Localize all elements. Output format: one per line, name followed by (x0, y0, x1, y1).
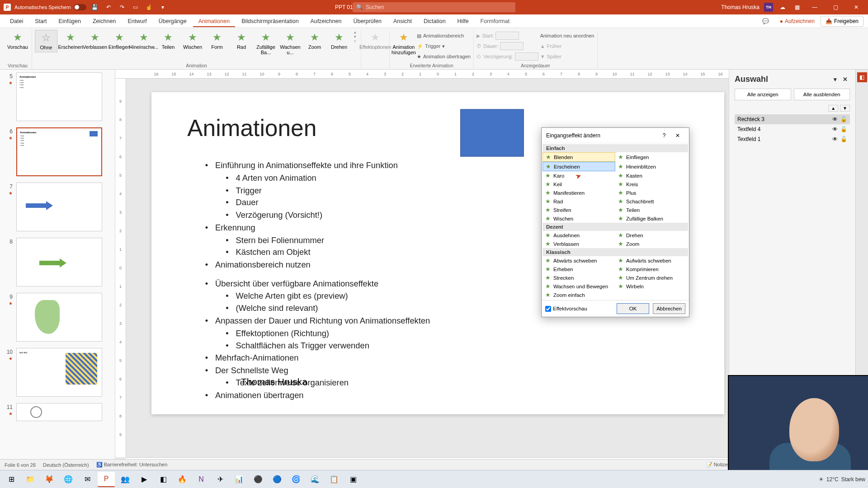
accessibility-checker[interactable]: ♿ Barrierefreiheit: Untersuchen (96, 462, 168, 468)
dialog-help-icon[interactable]: ? (657, 132, 671, 139)
animation-gallery[interactable]: ☆Ohne ★Erscheinen ★Verblassen ★Einfliege… (35, 30, 358, 63)
obs-icon[interactable]: ⚫ (250, 472, 267, 487)
effect-komprimieren[interactable]: ★Komprimieren (615, 265, 688, 273)
present-icon[interactable]: ▦ (792, 2, 802, 12)
effect-wischen[interactable]: ★Wischen (181, 30, 204, 52)
effect-blenden[interactable]: ★Blenden (542, 152, 615, 162)
slide-thumb-10[interactable]: text text (16, 348, 102, 397)
effect-hineinschweben[interactable]: ★Hineinschw... (132, 30, 155, 52)
effect-zoom-einfach[interactable]: ★Zoom einfach (542, 291, 615, 299)
effect-hineinblitzen[interactable]: ★Hineinblitzen (615, 162, 688, 171)
explorer-icon[interactable]: 📁 (22, 472, 39, 487)
slide-thumbnails-panel[interactable]: 5★Animationen• text• text• text• text 6★… (0, 70, 115, 474)
alle-anzeigen-button[interactable]: Alle anzeigen (735, 89, 791, 100)
freigeben-button[interactable]: 📤 Freigeben (821, 16, 863, 27)
app-icon-3[interactable]: 📊 (231, 472, 248, 487)
effect-rad-dialog[interactable]: ★Rad (542, 197, 615, 206)
outlook-icon[interactable]: ✉ (79, 472, 96, 487)
chrome-icon[interactable]: 🌐 (60, 472, 77, 487)
collapse-ribbon-icon[interactable]: ◧ (857, 72, 867, 82)
selection-pane-close-icon[interactable]: ✕ (840, 74, 850, 84)
notizen-button[interactable]: 📝 Notizen (706, 462, 731, 468)
tab-datei[interactable]: Datei (5, 15, 28, 27)
app-icon-6[interactable]: 📋 (326, 472, 343, 487)
tab-bildschirmpraesentation[interactable]: Bildschirmpräsentation (236, 15, 304, 27)
weather-widget[interactable]: ☀ 12°C Stark bew (819, 476, 865, 483)
effect-abwaerts-schweben[interactable]: ★Abwärts schweben (542, 256, 615, 265)
animation-hinzufuegen-button[interactable]: ★Animation hinzufügen (392, 30, 415, 57)
effect-wirbeln[interactable]: ★Wirbeln (615, 282, 688, 291)
ok-button[interactable]: OK (617, 303, 649, 314)
effect-wachsen-bewegen[interactable]: ★Wachsen und Bewegen (542, 282, 615, 291)
tab-aufzeichnen[interactable]: Aufzeichnen (305, 15, 347, 27)
app-icon-4[interactable]: 🔵 (269, 472, 286, 487)
touch-icon[interactable]: ☝ (144, 2, 154, 12)
effect-drehen[interactable]: ★Drehen (328, 30, 350, 52)
slideshow-icon[interactable]: ▭ (131, 2, 141, 12)
effect-manifestieren[interactable]: ★Manifestieren (542, 188, 615, 197)
effect-drehen-dialog[interactable]: ★Drehen (615, 231, 688, 239)
slide-title[interactable]: Animationen (187, 115, 316, 141)
slide-thumb-6[interactable]: Animationen• text• text• text• text• tex… (16, 127, 102, 176)
search-box[interactable]: 🔍 (353, 2, 515, 12)
effect-zufaellige-dialog[interactable]: ★Zufällige Balken (615, 214, 688, 223)
lock-icon[interactable]: 🔓 (840, 126, 847, 132)
alle-ausblenden-button[interactable]: Alle ausblenden (794, 89, 850, 100)
tab-formformat[interactable]: Formformat (475, 15, 515, 27)
telegram-icon[interactable]: ✈ (212, 472, 229, 487)
vlc-icon[interactable]: ▶ (136, 472, 153, 487)
undo-icon[interactable]: ↶ (104, 2, 113, 12)
tab-einfuegen[interactable]: Einfügen (53, 15, 86, 27)
effect-umzentrum[interactable]: ★Um Zentrum drehen (615, 273, 688, 282)
tab-dictation[interactable]: Dictation (418, 15, 451, 27)
tab-animationen[interactable]: Animationen (193, 15, 236, 27)
powerpoint-icon[interactable]: P (98, 472, 115, 487)
user-name[interactable]: Thomas Hruska (721, 4, 760, 10)
vorschau-button[interactable]: ★Vorschau (6, 30, 29, 52)
save-icon[interactable]: 💾 (90, 2, 100, 12)
app-icon-2[interactable]: 🔥 (174, 472, 191, 487)
selection-item-rechteck3[interactable]: Rechteck 3👁🔓 (735, 114, 850, 124)
effect-keil[interactable]: ★Keil (542, 180, 615, 188)
abbrechen-button[interactable]: Abbrechen (653, 303, 685, 314)
effect-zoom-dialog[interactable]: ★Zoom (615, 239, 688, 248)
cloud-icon[interactable]: ☁ (778, 2, 788, 12)
user-avatar[interactable]: TH (764, 3, 773, 12)
effect-kasten[interactable]: ★Kasten (615, 171, 688, 180)
app-icon-1[interactable]: ◧ (155, 472, 172, 487)
search-input[interactable] (366, 4, 512, 10)
firefox-icon[interactable]: 🦊 (41, 472, 58, 487)
visibility-icon[interactable]: 👁 (832, 126, 838, 132)
effect-aufwaerts-schweben[interactable]: ★Aufwärts schweben (615, 256, 688, 265)
effect-verblassen-dialog[interactable]: ★Verblassen (542, 239, 615, 248)
dialog-close-icon[interactable]: ✕ (671, 132, 684, 139)
slide-thumb-7[interactable] (16, 183, 102, 231)
effect-verblassen[interactable]: ★Verblassen (84, 30, 106, 52)
selection-pane-dropdown-icon[interactable]: ▾ (830, 74, 840, 84)
slide-author[interactable]: Thomas Hruska (241, 377, 307, 388)
effect-streifen[interactable]: ★Streifen (542, 206, 615, 214)
teams-icon[interactable]: 👥 (117, 472, 134, 487)
tab-ueberpruefen[interactable]: Überprüfen (348, 15, 387, 27)
effect-erscheinen[interactable]: ★Erscheinen (542, 162, 615, 171)
gallery-more-icon[interactable]: ▴▾▿ (352, 30, 358, 43)
tab-uebergaenge[interactable]: Übergänge (153, 15, 192, 27)
effect-kreis[interactable]: ★Kreis (615, 180, 688, 188)
selection-item-textfeld1[interactable]: Textfeld 1👁🔓 (735, 134, 850, 144)
selection-item-textfeld4[interactable]: Textfeld 4👁🔓 (735, 124, 850, 134)
autosave-toggle[interactable]: Automatisches Speichern (14, 4, 86, 10)
effect-erscheinen[interactable]: ★Erscheinen (59, 30, 82, 52)
edge-icon[interactable]: 🌊 (307, 472, 324, 487)
effect-plus[interactable]: ★Plus (615, 188, 688, 197)
effect-wischen-dialog[interactable]: ★Wischen (542, 214, 615, 223)
move-up-icon[interactable]: ▲ (828, 105, 838, 112)
effect-teilen-dialog[interactable]: ★Teilen (615, 206, 688, 214)
effect-einfliegen[interactable]: ★Einfliegen (615, 152, 688, 162)
slide-thumb-8[interactable] (16, 238, 102, 286)
move-down-icon[interactable]: ▼ (840, 105, 850, 112)
slide-thumb-9[interactable] (16, 293, 102, 342)
animation-uebertragen-button[interactable]: ★ Animation übertragen (417, 52, 471, 61)
slide-thumb-11[interactable] (16, 403, 102, 421)
comments-icon[interactable]: 💬 (757, 16, 774, 27)
effektvorschau-checkbox[interactable]: Effektvorschau (545, 306, 587, 312)
